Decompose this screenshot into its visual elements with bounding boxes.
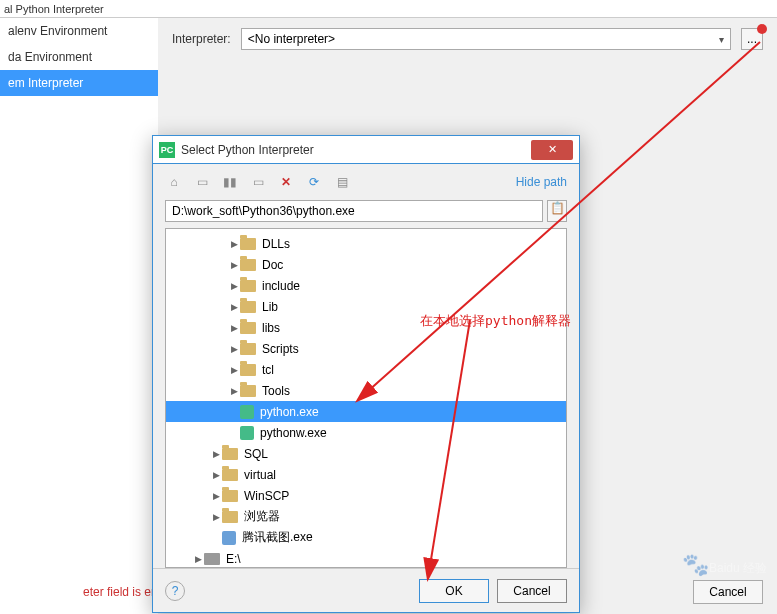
tree-item-label: Lib [262, 300, 278, 314]
refresh-icon[interactable]: ⟳ [305, 173, 323, 191]
chevron-down-icon: ▾ [719, 34, 724, 45]
tree-item-label: include [262, 279, 300, 293]
expand-arrow-icon[interactable]: ▶ [192, 554, 204, 564]
tree-item-label: libs [262, 321, 280, 335]
expand-arrow-icon[interactable]: ▶ [228, 386, 240, 396]
file-tree[interactable]: ▶DLLs▶Doc▶include▶Lib▶libs▶Scripts▶tcl▶T… [165, 228, 567, 568]
expand-arrow-icon[interactable]: ▶ [210, 512, 222, 522]
tree-row[interactable]: 腾讯截图.exe [166, 527, 566, 548]
expand-arrow-icon[interactable]: ▶ [228, 344, 240, 354]
python-file-icon [240, 405, 254, 419]
expand-arrow-icon[interactable]: ▶ [228, 239, 240, 249]
sidebar-item-virtualenv[interactable]: alenv Environment [0, 18, 158, 44]
select-interpreter-dialog: PC Select Python Interpreter ✕ ⌂ ▭ ▮▮ ▭ … [152, 135, 580, 613]
sidebar-item-system[interactable]: em Interpreter [0, 70, 158, 96]
interpreter-browse-button[interactable]: ... [741, 28, 763, 50]
exe-file-icon [222, 531, 236, 545]
folder-icon [222, 511, 238, 523]
ok-button[interactable]: OK [419, 579, 489, 603]
folder-icon [240, 343, 256, 355]
expand-arrow-icon[interactable]: ▶ [228, 323, 240, 333]
expand-arrow-icon[interactable]: ▶ [228, 260, 240, 270]
delete-icon[interactable]: ✕ [277, 173, 295, 191]
tree-row[interactable]: ▶tcl [166, 359, 566, 380]
tree-row[interactable]: ▶WinSCP [166, 485, 566, 506]
interpreter-dropdown[interactable]: <No interpreter> ▾ [241, 28, 731, 50]
tree-row[interactable]: ▶Scripts [166, 338, 566, 359]
tree-item-label: virtual [244, 468, 276, 482]
folder-icon [222, 448, 238, 460]
folder-icon [240, 385, 256, 397]
dialog-toolbar: ⌂ ▭ ▮▮ ▭ ✕ ⟳ ▤ Hide path [153, 164, 579, 200]
folder-icon [240, 322, 256, 334]
tree-item-label: tcl [262, 363, 274, 377]
env-sidebar: alenv Environment da Environment em Inte… [0, 18, 158, 614]
close-button[interactable]: ✕ [531, 140, 573, 160]
tree-item-label: SQL [244, 447, 268, 461]
desktop-icon[interactable]: ▭ [193, 173, 211, 191]
dialog-cancel-button[interactable]: Cancel [497, 579, 567, 603]
expand-arrow-icon[interactable]: ▶ [210, 491, 222, 501]
folder-icon [240, 238, 256, 250]
tree-item-label: Doc [262, 258, 283, 272]
expand-arrow-icon[interactable]: ▶ [210, 470, 222, 480]
expand-arrow-icon[interactable]: ▶ [228, 365, 240, 375]
error-indicator-icon [757, 24, 767, 34]
tree-row[interactable]: python.exe [166, 401, 566, 422]
tree-item-label: python.exe [260, 405, 319, 419]
copy-path-icon[interactable]: 📋 [547, 200, 567, 222]
tree-row[interactable]: ▶virtual [166, 464, 566, 485]
folder-icon [240, 280, 256, 292]
expand-arrow-icon[interactable]: ▶ [228, 302, 240, 312]
tree-row[interactable]: ▶E:\ [166, 548, 566, 568]
folder-icon [222, 469, 238, 481]
folder-icon [240, 301, 256, 313]
tree-item-label: pythonw.exe [260, 426, 327, 440]
show-hidden-icon[interactable]: ▤ [333, 173, 351, 191]
dialog-titlebar[interactable]: PC Select Python Interpreter ✕ [153, 136, 579, 164]
folder-icon [222, 490, 238, 502]
new-folder-icon[interactable]: ▭ [249, 173, 267, 191]
annotation-text: 在本地选择python解释器 [420, 312, 571, 330]
tree-row[interactable]: ▶Doc [166, 254, 566, 275]
hide-path-link[interactable]: Hide path [516, 175, 567, 189]
tree-item-label: E:\ [226, 552, 241, 566]
interpreter-label: Interpreter: [172, 32, 231, 46]
interpreter-value: <No interpreter> [248, 32, 335, 46]
project-icon[interactable]: ▮▮ [221, 173, 239, 191]
tree-item-label: Tools [262, 384, 290, 398]
expand-arrow-icon[interactable]: ▶ [228, 281, 240, 291]
tree-row[interactable]: ▶include [166, 275, 566, 296]
dialog-title: Select Python Interpreter [181, 143, 525, 157]
python-file-icon [240, 426, 254, 440]
folder-icon [240, 364, 256, 376]
tree-item-label: 浏览器 [244, 508, 280, 525]
tree-row[interactable]: ▶Tools [166, 380, 566, 401]
tree-row[interactable]: ▶SQL [166, 443, 566, 464]
tree-item-label: Scripts [262, 342, 299, 356]
folder-icon [240, 259, 256, 271]
tree-item-label: DLLs [262, 237, 290, 251]
drive-icon [204, 553, 220, 565]
tree-row[interactable]: pythonw.exe [166, 422, 566, 443]
pycharm-icon: PC [159, 142, 175, 158]
help-icon[interactable]: ? [165, 581, 185, 601]
tree-item-label: WinSCP [244, 489, 289, 503]
tree-row[interactable]: ▶DLLs [166, 233, 566, 254]
window-header: al Python Interpreter [0, 0, 777, 18]
sidebar-item-conda[interactable]: da Environment [0, 44, 158, 70]
cancel-button[interactable]: Cancel [693, 580, 763, 604]
home-icon[interactable]: ⌂ [165, 173, 183, 191]
tree-item-label: 腾讯截图.exe [242, 529, 313, 546]
expand-arrow-icon[interactable]: ▶ [210, 449, 222, 459]
tree-row[interactable]: ▶浏览器 [166, 506, 566, 527]
path-input[interactable] [165, 200, 543, 222]
